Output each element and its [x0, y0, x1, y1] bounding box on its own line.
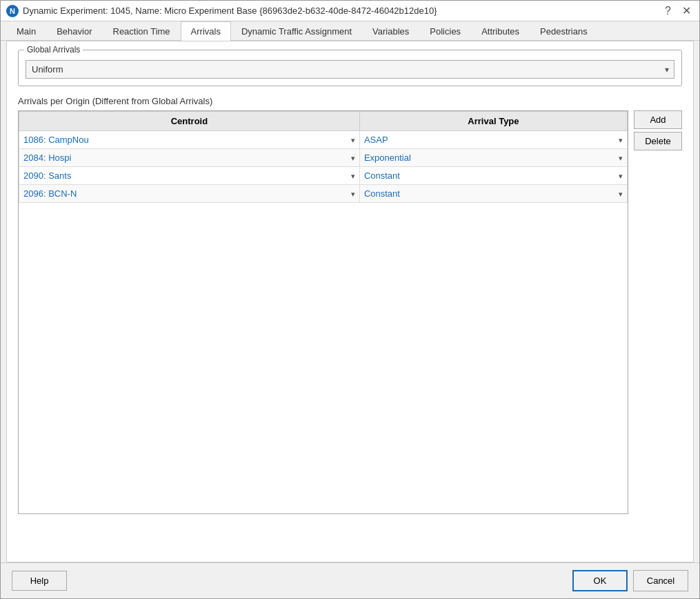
ok-button[interactable]: OK	[572, 570, 628, 591]
tab-main[interactable]: Main	[6, 21, 46, 41]
delete-button[interactable]: Delete	[634, 132, 682, 150]
title-bar-right: ? ✕	[662, 6, 694, 17]
col-centroid: Centroid	[19, 112, 360, 131]
centroid-select-wrapper: 2090: Sants▾	[19, 167, 359, 184]
centroid-select[interactable]: 1086: CampNou	[19, 131, 359, 148]
tab-behavior[interactable]: Behavior	[46, 21, 102, 41]
arrival-type-select-wrapper: ASAPExponentialConstantUniform▾	[360, 185, 627, 202]
global-arrivals-select[interactable]: UniformASAPExponentialConstant	[26, 60, 674, 79]
arrival-type-select[interactable]: ASAPExponentialConstantUniform	[360, 167, 627, 184]
title-bar: N Dynamic Experiment: 1045, Name: Micro …	[1, 1, 699, 21]
cancel-button[interactable]: Cancel	[633, 570, 688, 591]
close-button[interactable]: ✕	[679, 6, 694, 17]
arrival-type-cell: ASAPExponentialConstantUniform▾	[359, 185, 627, 203]
help-button[interactable]: ?	[662, 6, 674, 17]
arrival-type-cell: ASAPExponentialConstantUniform▾	[359, 149, 627, 167]
global-arrivals-select-wrapper: UniformASAPExponentialConstant ▾	[26, 60, 674, 79]
arrivals-per-origin-label: Arrivals per Origin (Different from Glob…	[18, 96, 682, 106]
arrival-type-select-wrapper: ASAPExponentialConstantUniform▾	[360, 149, 627, 166]
table-row: 2090: Sants▾ASAPExponentialConstantUnifo…	[19, 167, 628, 185]
global-arrivals-label: Global Arrivals	[24, 45, 83, 55]
table-wrapper: Centroid Arrival Type 1086: CampNou▾ASAP…	[18, 110, 682, 514]
table-row: 2096: BCN-N▾ASAPExponentialConstantUnifo…	[19, 185, 628, 203]
tab-pedestrians[interactable]: Pedestrians	[530, 21, 598, 41]
tab-reaction-time[interactable]: Reaction Time	[103, 21, 181, 41]
footer-right: OK Cancel	[572, 570, 688, 591]
tab-dynamic-traffic[interactable]: Dynamic Traffic Assignment	[231, 21, 362, 41]
app-icon: N	[6, 5, 19, 17]
centroid-select-wrapper: 1086: CampNou▾	[19, 131, 359, 148]
global-arrivals-group: Global Arrivals UniformASAPExponentialCo…	[18, 50, 682, 86]
table-row: 1086: CampNou▾ASAPExponentialConstantUni…	[19, 131, 628, 149]
centroid-select[interactable]: 2096: BCN-N	[19, 185, 359, 202]
add-button[interactable]: Add	[634, 110, 682, 129]
tab-variables[interactable]: Variables	[362, 21, 419, 41]
centroid-cell: 2090: Sants▾	[19, 167, 360, 185]
help-footer-button[interactable]: Help	[12, 571, 67, 591]
arrival-type-cell: ASAPExponentialConstantUniform▾	[359, 167, 627, 185]
empty-area	[19, 203, 628, 513]
centroid-cell: 2096: BCN-N▾	[19, 185, 360, 203]
footer: Help OK Cancel	[1, 562, 699, 598]
centroid-select-wrapper: 2096: BCN-N▾	[19, 185, 359, 202]
centroid-select-wrapper: 2084: Hospi▾	[19, 149, 359, 166]
table-row: 2084: Hospi▾ASAPExponentialConstantUnifo…	[19, 149, 628, 167]
arrival-type-select[interactable]: ASAPExponentialConstantUniform	[360, 185, 627, 202]
arrival-type-select-wrapper: ASAPExponentialConstantUniform▾	[360, 167, 627, 184]
tab-bar: MainBehaviorReaction TimeArrivalsDynamic…	[1, 21, 699, 41]
tab-arrivals[interactable]: Arrivals	[181, 21, 231, 41]
main-window: N Dynamic Experiment: 1045, Name: Micro …	[0, 0, 700, 599]
arrival-type-select[interactable]: ASAPExponentialConstantUniform	[360, 131, 627, 148]
centroid-cell: 1086: CampNou▾	[19, 131, 360, 149]
tab-policies[interactable]: Policies	[419, 21, 471, 41]
arrivals-table: Centroid Arrival Type 1086: CampNou▾ASAP…	[19, 111, 628, 203]
arrivals-table-area: Centroid Arrival Type 1086: CampNou▾ASAP…	[18, 110, 628, 514]
tab-attributes[interactable]: Attributes	[471, 21, 530, 41]
arrival-type-select-wrapper: ASAPExponentialConstantUniform▾	[360, 131, 627, 148]
arrivals-per-origin-section: Arrivals per Origin (Different from Glob…	[18, 96, 682, 514]
centroid-cell: 2084: Hospi▾	[19, 149, 360, 167]
arrival-type-cell: ASAPExponentialConstantUniform▾	[359, 131, 627, 149]
arrival-type-select[interactable]: ASAPExponentialConstantUniform	[360, 149, 627, 166]
window-title: Dynamic Experiment: 1045, Name: Micro Ex…	[23, 6, 437, 16]
content-area: Global Arrivals UniformASAPExponentialCo…	[6, 41, 694, 562]
table-actions: Add Delete	[634, 110, 682, 514]
col-arrival-type: Arrival Type	[359, 112, 627, 131]
centroid-select[interactable]: 2090: Sants	[19, 167, 359, 184]
centroid-select[interactable]: 2084: Hospi	[19, 149, 359, 166]
title-bar-left: N Dynamic Experiment: 1045, Name: Micro …	[6, 5, 437, 17]
